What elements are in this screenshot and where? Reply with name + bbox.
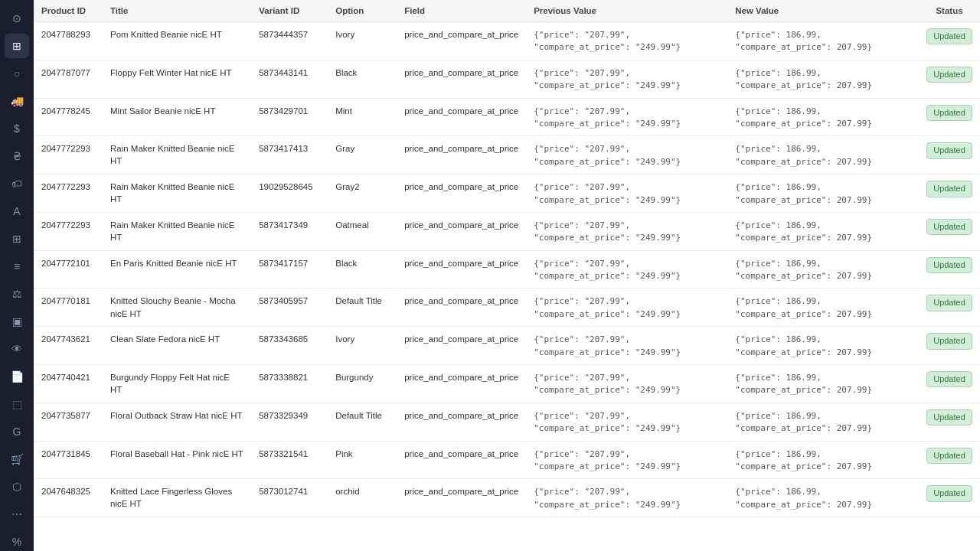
cell-status: Updated (919, 174, 980, 213)
cell-variant-id: 5873329349 (251, 403, 328, 441)
cell-prev-value: {"price": "207.99", "compare_at_price": … (526, 250, 727, 289)
window-icon[interactable]: ▣ (5, 309, 29, 334)
status-badge: Updated (926, 295, 972, 311)
status-badge: Updated (926, 105, 972, 121)
status-badge: Updated (926, 181, 972, 197)
cart-icon[interactable]: 🛒 (5, 447, 29, 471)
home-icon[interactable]: ⊙ (5, 6, 29, 31)
table-row: 2047770181 Knitted Slouchy Beanie - Moch… (34, 289, 980, 327)
cell-status: Updated (919, 289, 980, 327)
list-icon[interactable]: ≡ (5, 254, 29, 279)
cell-prev-value: {"price": "207.99", "compare_at_price": … (526, 365, 727, 403)
cell-status: Updated (919, 365, 980, 403)
cell-title: Floral Baseball Hat - Pink nicE HT (103, 441, 251, 479)
table-row: 2047772293 Rain Maker Knitted Beanie nic… (34, 136, 980, 174)
puzzle-icon[interactable]: ⬡ (5, 474, 29, 499)
cell-status: Updated (919, 250, 980, 289)
table-row: 2047778245 Mint Sailor Beanie nicE HT 58… (34, 98, 980, 136)
cell-product-id: 2047743621 (34, 327, 103, 365)
cell-title: Rain Maker Knitted Beanie nicE HT (103, 212, 251, 250)
status-badge: Updated (926, 333, 972, 349)
status-badge: Updated (926, 219, 972, 235)
status-badge: Updated (926, 28, 972, 44)
cell-prev-value: {"price": "207.99", "compare_at_price": … (526, 174, 727, 213)
cell-product-id: 2047788293 (34, 22, 103, 60)
cell-status: Updated (919, 22, 980, 60)
cell-product-id: 2047772293 (34, 136, 103, 174)
cell-prev-value: {"price": "207.99", "compare_at_price": … (526, 327, 727, 365)
tag-icon[interactable]: 🏷 (5, 171, 29, 196)
layers-icon[interactable]: ⬚ (5, 392, 29, 416)
cell-prev-value: {"price": "207.99", "compare_at_price": … (526, 403, 727, 441)
dashboard-icon[interactable]: ⊞ (5, 34, 29, 58)
cell-variant-id: 5873443141 (251, 60, 328, 98)
table-row: 2047740421 Burgundy Floppy Felt Hat nicE… (34, 365, 980, 403)
cell-option: Black (328, 250, 397, 289)
text-icon[interactable]: A (5, 199, 29, 223)
cell-title: Burgundy Floppy Felt Hat nicE HT (103, 365, 251, 403)
status-badge: Updated (926, 142, 972, 158)
cell-product-id: 2047648325 (34, 479, 103, 517)
table-row: 2047772293 Rain Maker Knitted Beanie nic… (34, 174, 980, 213)
cell-prev-value: {"price": "207.99", "compare_at_price": … (526, 479, 727, 517)
cell-option: Ivory (328, 22, 397, 60)
cell-option: Default Title (328, 403, 397, 441)
cell-title: Knitted Lace Fingerless Gloves nicE HT (103, 479, 251, 517)
doc-icon[interactable]: 📄 (5, 364, 29, 389)
cell-field: price_and_compare_at_price (397, 289, 526, 327)
cell-product-id: 2047770181 (34, 289, 103, 327)
more-icon[interactable]: ⋯ (5, 502, 29, 527)
cell-new-value: {"price": 186.99, "compare_at_price": 20… (727, 250, 919, 289)
cell-option: Pink (328, 441, 397, 479)
cell-option: Burgundy (328, 365, 397, 403)
cell-field: price_and_compare_at_price (397, 441, 526, 479)
cell-option: Gray (328, 136, 397, 174)
balance-icon[interactable]: ⚖ (5, 282, 29, 306)
cell-product-id: 2047740421 (34, 365, 103, 403)
cell-field: price_and_compare_at_price (397, 479, 526, 517)
status-badge: Updated (926, 371, 972, 387)
eye-icon[interactable]: 👁 (5, 337, 29, 361)
sidebar: ⊙⊞○🚚$₴🏷A⊞≡⚖▣👁📄⬚G🛒⬡⋯% (0, 0, 34, 551)
cell-field: price_and_compare_at_price (397, 250, 526, 289)
cell-field: price_and_compare_at_price (397, 174, 526, 213)
cell-product-id: 2047772293 (34, 212, 103, 250)
cell-new-value: {"price": 186.99, "compare_at_price": 20… (727, 136, 919, 174)
data-table: Product ID Title Variant ID Option Field… (34, 0, 980, 517)
table-row: 2047743621 Clean Slate Fedora nicE HT 58… (34, 327, 980, 365)
col-header-option: Option (328, 0, 397, 22)
google-icon[interactable]: G (5, 419, 29, 444)
shipping-icon[interactable]: 🚚 (5, 89, 29, 113)
cell-new-value: {"price": 186.99, "compare_at_price": 20… (727, 22, 919, 60)
cell-option: Gray2 (328, 174, 397, 213)
cell-title: Rain Maker Knitted Beanie nicE HT (103, 136, 251, 174)
grid-icon[interactable]: ⊞ (5, 227, 29, 251)
cell-prev-value: {"price": "207.99", "compare_at_price": … (526, 22, 727, 60)
dollar-icon[interactable]: $ (5, 116, 29, 141)
cell-new-value: {"price": 186.99, "compare_at_price": 20… (727, 441, 919, 479)
cell-option: Black (328, 60, 397, 98)
status-badge: Updated (926, 67, 972, 83)
currency-icon[interactable]: ₴ (5, 144, 29, 168)
cell-new-value: {"price": 186.99, "compare_at_price": 20… (727, 289, 919, 327)
cell-status: Updated (919, 136, 980, 174)
cell-product-id: 2047731845 (34, 441, 103, 479)
col-header-title: Title (103, 0, 251, 22)
table-row: 2047648325 Knitted Lace Fingerless Glove… (34, 479, 980, 517)
table-row: 2047788293 Pom Knitted Beanie nicE HT 58… (34, 22, 980, 60)
cell-new-value: {"price": 186.99, "compare_at_price": 20… (727, 60, 919, 98)
cell-status: Updated (919, 98, 980, 136)
cell-variant-id: 5873417349 (251, 212, 328, 250)
cell-variant-id: 5873417413 (251, 136, 328, 174)
main-content: Product ID Title Variant ID Option Field… (34, 0, 980, 551)
cell-variant-id: 5873012741 (251, 479, 328, 517)
cell-option: Ivory (328, 327, 397, 365)
percent-icon[interactable]: % (5, 530, 29, 551)
cell-field: price_and_compare_at_price (397, 98, 526, 136)
status-badge: Updated (926, 485, 972, 501)
cell-title: Knitted Slouchy Beanie - Mocha nicE HT (103, 289, 251, 327)
cell-product-id: 2047735877 (34, 403, 103, 441)
cell-option: Default Title (328, 289, 397, 327)
cell-prev-value: {"price": "207.99", "compare_at_price": … (526, 441, 727, 479)
analytics-icon[interactable]: ○ (5, 61, 29, 86)
